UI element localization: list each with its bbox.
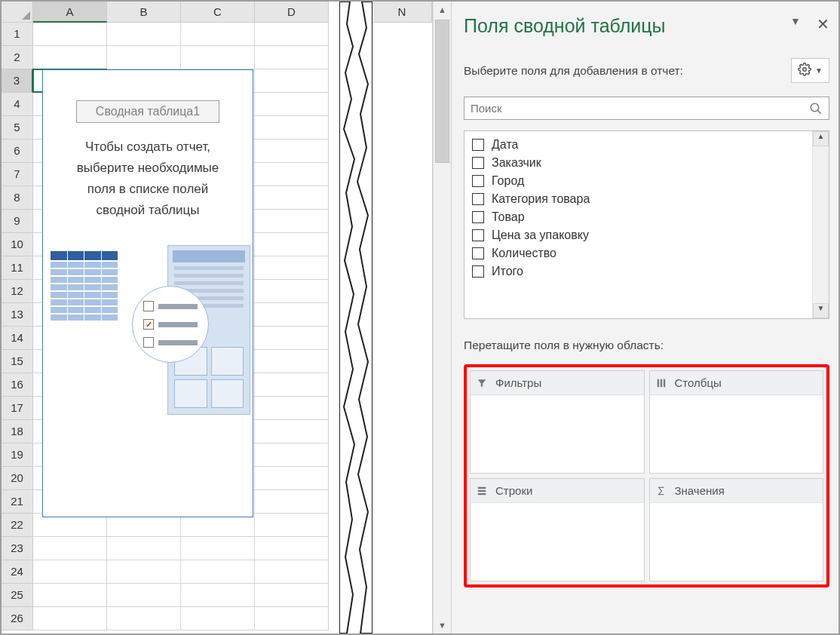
column-header-n[interactable]: N (372, 2, 432, 23)
area-label: Значения (675, 484, 725, 497)
checkbox[interactable] (472, 265, 484, 278)
row-header[interactable]: 7 (2, 163, 33, 186)
area-label: Фильтры (495, 376, 541, 389)
pivot-instructions: Чтобы создать отчет, выберите необходимы… (51, 137, 245, 221)
field-item[interactable]: Заказчик (468, 154, 809, 172)
search-icon[interactable] (803, 97, 829, 119)
column-header-c[interactable]: C (181, 2, 255, 23)
svg-point-1 (811, 103, 819, 112)
field-label: Дата (492, 138, 518, 152)
pivot-table-placeholder: Сводная таблица1 Чтобы создать отчет, вы… (42, 69, 253, 517)
cell-grid[interactable]: // placeholder; real rows built by binde… (33, 23, 339, 633)
field-label: Товар (492, 210, 525, 224)
rows-area[interactable]: Строки (470, 478, 645, 581)
column-n-strip: N (372, 2, 433, 633)
row-header[interactable]: 12 (2, 280, 33, 303)
checkbox[interactable] (472, 247, 484, 259)
filters-area[interactable]: Фильтры (470, 370, 645, 474)
row-header[interactable]: 23 (2, 537, 33, 560)
row-header[interactable]: 4 (2, 93, 33, 116)
field-item[interactable]: Дата (468, 136, 809, 154)
close-icon[interactable]: ✕ (816, 15, 829, 33)
row-header[interactable]: 11 (2, 256, 33, 280)
svg-rect-5 (663, 379, 664, 387)
checkbox[interactable] (472, 229, 484, 241)
row-header[interactable]: 17 (2, 397, 33, 420)
row-header[interactable]: 6 (2, 140, 33, 163)
svg-rect-7 (478, 489, 486, 491)
row-header[interactable]: 16 (2, 373, 33, 397)
torn-seam (339, 2, 372, 633)
checkbox[interactable] (472, 157, 484, 169)
checkbox[interactable] (472, 193, 484, 205)
layout-options-button[interactable]: ▼ (791, 58, 829, 83)
field-label: Заказчик (492, 156, 541, 170)
checkbox[interactable] (472, 139, 484, 151)
row-header[interactable]: 25 (2, 584, 33, 607)
field-item[interactable]: Категория товара (468, 190, 809, 208)
scroll-up-button[interactable]: ▲ (434, 2, 451, 18)
row-header[interactable]: 18 (2, 420, 33, 443)
row-headers: 1 2 3 4 5 6 7 8 9 10 11 12 13 14 15 16 1… (2, 23, 33, 633)
pane-title: Поля сводной таблицы (464, 15, 789, 37)
scroll-down-button[interactable]: ▼ (813, 303, 829, 318)
row-header[interactable]: 19 (2, 443, 33, 467)
field-item[interactable]: Количество (468, 244, 809, 262)
pivot-name-box: Сводная таблица1 (76, 100, 219, 123)
chevron-down-icon: ▼ (815, 66, 823, 75)
pane-subtitle: Выберите поля для добавления в отчет: (464, 64, 791, 78)
column-header-a[interactable]: A (33, 2, 107, 23)
row-header[interactable]: 15 (2, 350, 33, 373)
svg-rect-6 (478, 486, 486, 488)
row-header[interactable]: 13 (2, 303, 33, 327)
field-item[interactable]: Товар (468, 208, 809, 226)
field-label: Итого (492, 265, 523, 278)
field-list-scrollbar[interactable]: ▲ ▼ (812, 131, 829, 318)
vertical-scrollbar[interactable]: ▲ ▼ (433, 2, 451, 633)
svg-rect-8 (478, 492, 486, 494)
area-label: Строки (495, 484, 532, 497)
values-area[interactable]: Значения (649, 478, 824, 581)
column-header-b[interactable]: B (107, 2, 181, 23)
search-input[interactable] (464, 97, 803, 119)
field-item[interactable]: Цена за упаковку (468, 226, 809, 244)
checkbox[interactable] (472, 175, 484, 187)
row-header[interactable]: 9 (2, 210, 33, 233)
row-header[interactable]: 22 (2, 514, 33, 537)
scroll-up-button[interactable]: ▲ (813, 131, 829, 146)
row-header[interactable]: 3 (2, 69, 33, 93)
drop-areas-highlight: Фильтры Столбцы Строки (464, 364, 829, 587)
columns-area[interactable]: Столбцы (649, 370, 824, 474)
checkbox[interactable] (472, 211, 484, 223)
excel-window: A B C D 1 2 3 4 5 6 7 8 9 10 11 12 13 14… (0, 0, 840, 635)
row-header[interactable]: 14 (2, 327, 33, 350)
column-header-d[interactable]: D (255, 2, 329, 23)
field-search[interactable] (464, 97, 829, 120)
row-header[interactable]: 1 (2, 23, 33, 46)
filter-icon (477, 378, 489, 388)
gear-icon (798, 63, 811, 78)
pane-menu-icon[interactable]: ▼ (789, 15, 802, 27)
worksheet: A B C D 1 2 3 4 5 6 7 8 9 10 11 12 13 14… (2, 2, 339, 633)
scroll-down-button[interactable]: ▼ (434, 617, 451, 633)
row-header[interactable]: 26 (2, 607, 33, 630)
row-header[interactable]: 21 (2, 490, 33, 514)
row-header[interactable]: 24 (2, 560, 33, 584)
field-label: Цена за упаковку (492, 229, 589, 242)
pivot-illustration: ✓ (51, 251, 245, 425)
field-item[interactable]: Город (468, 172, 809, 190)
select-all-corner[interactable] (2, 2, 33, 23)
pivot-fields-pane: Поля сводной таблицы ▼ ✕ Выберите поля д… (451, 2, 838, 633)
svg-line-2 (817, 110, 821, 114)
field-item[interactable]: Итого (468, 262, 809, 281)
row-header[interactable]: 8 (2, 186, 33, 210)
columns-icon (656, 378, 668, 388)
row-header[interactable]: 10 (2, 233, 33, 256)
row-header[interactable]: 20 (2, 467, 33, 490)
row-header[interactable]: 2 (2, 46, 33, 69)
sigma-icon (656, 486, 668, 496)
row-header[interactable]: 5 (2, 116, 33, 140)
field-label: Город (492, 174, 524, 188)
scroll-thumb[interactable] (435, 20, 449, 163)
column-headers: A B C D (2, 2, 339, 23)
